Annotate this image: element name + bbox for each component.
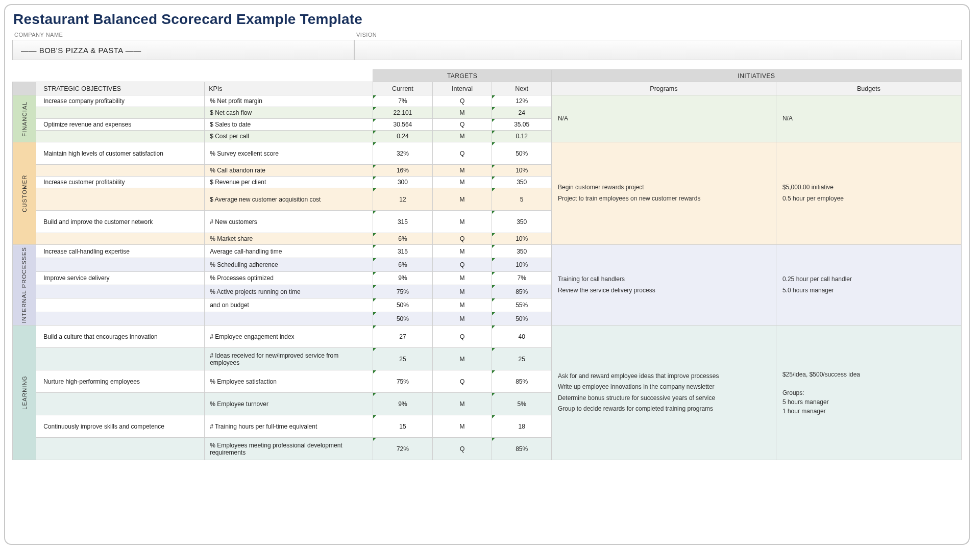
kpi-cell: # Training hours per full-time equivalen… (205, 415, 373, 438)
current-cell: 25 (373, 348, 433, 370)
next-cell: 5 (492, 188, 552, 211)
next-cell: 350 (492, 177, 552, 188)
next-cell: 35.05 (492, 119, 552, 131)
current-cell: 0.24 (373, 131, 433, 142)
objective-cell (36, 107, 205, 119)
next-cell: 10% (492, 165, 552, 177)
scorecard-table: TARGETS INITIATIVES STRATEGIC OBJECTIVES… (12, 69, 962, 460)
kpi-cell: Average call-handling time (205, 245, 373, 258)
objective-cell (36, 258, 205, 271)
next-cell: 55% (492, 298, 552, 312)
objective-cell (36, 298, 205, 312)
kpi-cell: $ Sales to date (205, 119, 373, 131)
interval-cell: M (432, 177, 492, 188)
table-row: LEARNING Build a culture that encourages… (13, 325, 962, 348)
kpi-cell: $ Cost per call (205, 131, 373, 142)
document-frame: Restaurant Balanced Scorecard Example Te… (4, 4, 970, 545)
next-cell: 10% (492, 233, 552, 245)
col-current: Current (373, 82, 433, 95)
current-cell: 75% (373, 285, 433, 298)
current-cell: 9% (373, 393, 433, 415)
col-programs: Programs (551, 82, 776, 95)
page-title: Restaurant Balanced Scorecard Example Te… (12, 10, 962, 31)
kpi-cell: % Market share (205, 233, 373, 245)
budgets-cell: $5,000.00 initiative 0.5 hour per employ… (776, 142, 961, 245)
current-cell: 30.564 (373, 119, 433, 131)
interval-cell: M (432, 348, 492, 370)
vision-col: VISION (354, 31, 962, 60)
objective-cell: Nurture high-performing employees (36, 370, 205, 393)
company-value: —— BOB'S PIZZA & PASTA —— (12, 40, 354, 60)
interval-cell: Q (432, 95, 492, 107)
current-cell: 12 (373, 188, 433, 211)
company-col: COMPANY NAME —— BOB'S PIZZA & PASTA —— (12, 31, 354, 60)
col-interval: Interval (432, 82, 492, 95)
kpi-cell: # New customers (205, 211, 373, 233)
objective-cell (36, 438, 205, 460)
programs-cell: N/A (551, 95, 776, 142)
kpi-cell (205, 312, 373, 325)
objective-cell (36, 393, 205, 415)
kpi-cell: % Scheduling adherence (205, 258, 373, 271)
interval-cell: M (432, 285, 492, 298)
kpi-cell: % Net profit margin (205, 95, 373, 107)
vision-label: VISION (354, 31, 962, 40)
current-cell: 300 (373, 177, 433, 188)
kpi-cell: # Employee engagement index (205, 325, 373, 348)
next-cell: 25 (492, 348, 552, 370)
programs-cell: Ask for and reward employee ideas that i… (551, 325, 776, 460)
interval-cell: M (432, 415, 492, 438)
table-row: FINANCIAL Increase company profitability… (13, 95, 962, 107)
next-cell: 50% (492, 312, 552, 325)
interval-cell: Q (432, 258, 492, 271)
current-cell: 315 (373, 245, 433, 258)
kpi-cell: % Call abandon rate (205, 165, 373, 177)
next-cell: 85% (492, 370, 552, 393)
next-cell: 85% (492, 285, 552, 298)
current-cell: 22.101 (373, 107, 433, 119)
band-header-row: TARGETS INITIATIVES (13, 70, 962, 82)
objective-cell: Optimize revenue and expenses (36, 119, 205, 131)
col-objectives: STRATEGIC OBJECTIVES (36, 82, 205, 95)
interval-cell: M (432, 107, 492, 119)
interval-cell: Q (432, 119, 492, 131)
next-cell: 18 (492, 415, 552, 438)
interval-cell: M (432, 211, 492, 233)
objective-cell (36, 165, 205, 177)
programs-cell: Begin customer rewards project Project t… (551, 142, 776, 245)
section-customer: CUSTOMER (13, 142, 36, 245)
interval-cell: Q (432, 438, 492, 460)
objective-cell (36, 285, 205, 298)
kpi-cell: % Survey excellent score (205, 142, 373, 165)
next-cell: 10% (492, 258, 552, 271)
column-header-row: STRATEGIC OBJECTIVES KPIs Current Interv… (13, 82, 962, 95)
kpi-cell: % Employee turnover (205, 393, 373, 415)
next-cell: 40 (492, 325, 552, 348)
kpi-cell: % Active projects running on time (205, 285, 373, 298)
current-cell: 6% (373, 258, 433, 271)
interval-cell: Q (432, 325, 492, 348)
current-cell: 16% (373, 165, 433, 177)
kpi-cell: $ Revenue per client (205, 177, 373, 188)
objective-cell: Build a culture that encourages innovati… (36, 325, 205, 348)
current-cell: 9% (373, 271, 433, 285)
targets-band: TARGETS (373, 70, 552, 82)
objective-cell: Build and improve the customer network (36, 211, 205, 233)
current-cell: 75% (373, 370, 433, 393)
kpi-cell: % Employee satisfaction (205, 370, 373, 393)
objective-cell: Improve service delivery (36, 271, 205, 285)
table-row: INTERNAL PROCESSES Increase call-handlin… (13, 245, 962, 258)
budgets-cell: 0.25 hour per call handler 5.0 hours man… (776, 245, 961, 325)
col-next: Next (492, 82, 552, 95)
current-cell: 6% (373, 233, 433, 245)
interval-cell: Q (432, 142, 492, 165)
company-label: COMPANY NAME (12, 31, 354, 40)
next-cell: 12% (492, 95, 552, 107)
section-internal: INTERNAL PROCESSES (13, 245, 36, 325)
current-cell: 315 (373, 211, 433, 233)
current-cell: 50% (373, 298, 433, 312)
interval-cell: M (432, 271, 492, 285)
interval-cell: M (432, 245, 492, 258)
next-cell: 350 (492, 245, 552, 258)
programs-cell: Training for call handlers Review the se… (551, 245, 776, 325)
